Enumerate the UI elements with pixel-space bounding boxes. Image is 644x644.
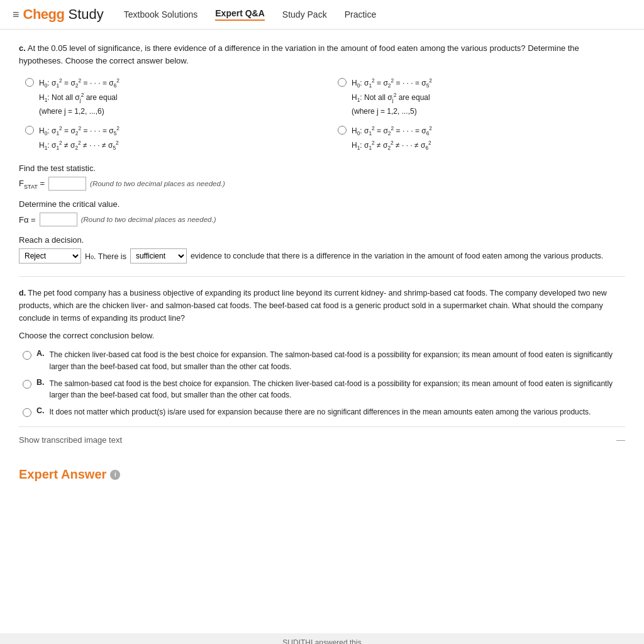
critical-value-label: Determine the critical value. xyxy=(19,199,625,209)
question-c-text: c. At the 0.05 level of significance, is… xyxy=(19,42,625,67)
option-c-d: H0: σ12 = σ22 = · · · = σ62 H1: σ12 ≠ σ2… xyxy=(338,124,625,152)
option-c-b-line1: H0: σ12 = σ22 = · · · = σ52 xyxy=(352,76,432,91)
transcribed-row: Show transcribed image text — xyxy=(19,426,625,452)
option-c-c-content: H0: σ12 = σ22 = · · · = σ52 H1: σ12 ≠ σ2… xyxy=(39,124,119,152)
nav-practice[interactable]: Practice xyxy=(345,9,377,19)
header-nav: Textbook Solutions Expert Q&A Study Pack… xyxy=(124,8,377,21)
critical-value-section: Determine the critical value. Fα = (Roun… xyxy=(19,199,625,226)
nav-textbook-solutions[interactable]: Textbook Solutions xyxy=(124,9,198,19)
bottom-text: SUDITHI answered this xyxy=(282,638,361,644)
question-d-text: d. The pet food company has a business o… xyxy=(19,287,625,325)
option-d-b-text: The salmon-based cat food is the best ch… xyxy=(50,378,626,401)
bottom-bar: SUDITHI answered this xyxy=(0,633,644,644)
option-d-c-text: It does not matter which product(s) is/a… xyxy=(50,406,591,418)
test-statistic-label: Find the test statistic. xyxy=(19,164,625,173)
expert-answer-section: Expert Answer i xyxy=(19,461,625,482)
option-c-a-line1: H0: σ12 = σ22 = · · · = σ62 xyxy=(39,76,119,91)
radio-c-c[interactable] xyxy=(25,126,34,135)
option-d-c: C. It does not matter which product(s) i… xyxy=(23,406,625,418)
option-c-b: H0: σ12 = σ22 = · · · = σ52 H1: Not all … xyxy=(338,76,625,118)
reject-select[interactable]: Reject Do not reject xyxy=(19,248,81,264)
radio-c-d[interactable] xyxy=(338,126,347,135)
question-d-label: d. xyxy=(19,289,26,297)
option-c-a-line2: H1: Not all σj2 are equal xyxy=(39,91,119,105)
h0-label: H₀. There is xyxy=(85,252,126,261)
hamburger-icon[interactable]: ≡ xyxy=(13,8,19,21)
option-c-a: H0: σ12 = σ22 = · · · = σ62 H1: Not all … xyxy=(25,76,313,118)
fstat-label: FSTAT = xyxy=(19,179,45,190)
falpha-label: Fα = xyxy=(19,215,36,225)
radio-c-b[interactable] xyxy=(338,78,347,87)
evidence-select[interactable]: sufficient insufficient xyxy=(130,248,187,264)
option-c-c-line2: H1: σ12 ≠ σ22 ≠ · · · ≠ σ52 xyxy=(39,138,119,153)
radio-d-b[interactable] xyxy=(23,380,31,389)
header: ≡ Chegg Study Textbook Solutions Expert … xyxy=(0,0,644,30)
decision-row: Reject Do not reject H₀. There is suffic… xyxy=(19,248,625,264)
option-d-b-letter: B. xyxy=(36,378,45,387)
question-d-body: The pet food company has a business obje… xyxy=(19,289,607,323)
expert-answer-label: Expert Answer xyxy=(19,467,106,482)
radio-d-c[interactable] xyxy=(23,408,31,417)
option-c-c: H0: σ12 = σ22 = · · · = σ52 H1: σ12 ≠ σ2… xyxy=(25,124,313,152)
option-c-d-line1: H0: σ12 = σ22 = · · · = σ62 xyxy=(352,124,432,138)
option-c-c-line1: H0: σ12 = σ22 = · · · = σ52 xyxy=(39,124,119,138)
decision-section: Reach a decision. Reject Do not reject H… xyxy=(19,235,625,264)
option-c-b-line2: H1: Not all σj2 are equal xyxy=(352,91,432,105)
logo-container: ≡ Chegg Study xyxy=(13,6,104,23)
nav-study-pack[interactable]: Study Pack xyxy=(282,9,327,19)
main-content: c. At the 0.05 level of significance, is… xyxy=(0,30,644,633)
fstat-hint: (Round to two decimal places as needed.) xyxy=(90,180,225,187)
chegg-logo: Chegg xyxy=(23,6,65,23)
option-d-a: A. The chicken liver-based cat food is t… xyxy=(23,349,625,372)
nav-expert-qa[interactable]: Expert Q&A xyxy=(215,8,265,21)
question-d-section: d. The pet food company has a business o… xyxy=(19,276,625,418)
option-d-c-letter: C. xyxy=(36,406,45,415)
transcribed-link[interactable]: Show transcribed image text xyxy=(19,435,122,445)
radio-d-a[interactable] xyxy=(23,351,31,360)
question-c-block: c. At the 0.05 level of significance, is… xyxy=(19,42,625,152)
decision-suffix: evidence to conclude that there is a dif… xyxy=(191,252,603,260)
info-icon[interactable]: i xyxy=(110,470,120,480)
option-c-a-content: H0: σ12 = σ22 = · · · = σ62 H1: Not all … xyxy=(39,76,119,118)
expert-answer-title: Expert Answer i xyxy=(19,467,625,482)
option-d-a-text: The chicken liver-based cat food is the … xyxy=(50,349,626,372)
fstat-row: FSTAT = (Round to two decimal places as … xyxy=(19,177,225,191)
test-statistic-section: Find the test statistic. FSTAT = (Round … xyxy=(19,164,625,191)
falpha-row: Fα = (Round to two decimal places as nee… xyxy=(19,213,216,226)
option-c-d-content: H0: σ12 = σ22 = · · · = σ62 H1: σ12 ≠ σ2… xyxy=(352,124,432,152)
decision-label: Reach a decision. xyxy=(19,235,625,245)
choose-label: Choose the correct conclusion below. xyxy=(19,331,625,340)
collapse-icon[interactable]: — xyxy=(616,435,625,445)
options-list-d: A. The chicken liver-based cat food is t… xyxy=(23,349,625,418)
options-grid-c: H0: σ12 = σ22 = · · · = σ62 H1: Not all … xyxy=(25,76,625,152)
question-c-label: c. xyxy=(19,43,26,53)
option-c-b-line3: (where j = 1,2, ...,5) xyxy=(352,105,432,118)
option-c-d-line2: H1: σ12 ≠ σ22 ≠ · · · ≠ σ62 xyxy=(352,138,432,153)
question-c-body: At the 0.05 level of significance, is th… xyxy=(19,43,579,65)
falpha-hint: (Round to two decimal places as needed.) xyxy=(81,216,216,223)
radio-c-a[interactable] xyxy=(25,78,34,87)
falpha-input[interactable] xyxy=(40,213,77,226)
option-c-b-content: H0: σ12 = σ22 = · · · = σ52 H1: Not all … xyxy=(352,76,432,118)
option-d-b: B. The salmon-based cat food is the best… xyxy=(23,378,625,401)
study-logo: Study xyxy=(68,6,103,23)
option-d-a-letter: A. xyxy=(36,349,45,358)
fstat-input[interactable] xyxy=(48,177,86,191)
option-c-a-line3: (where j = 1,2, ...,6) xyxy=(39,105,119,118)
